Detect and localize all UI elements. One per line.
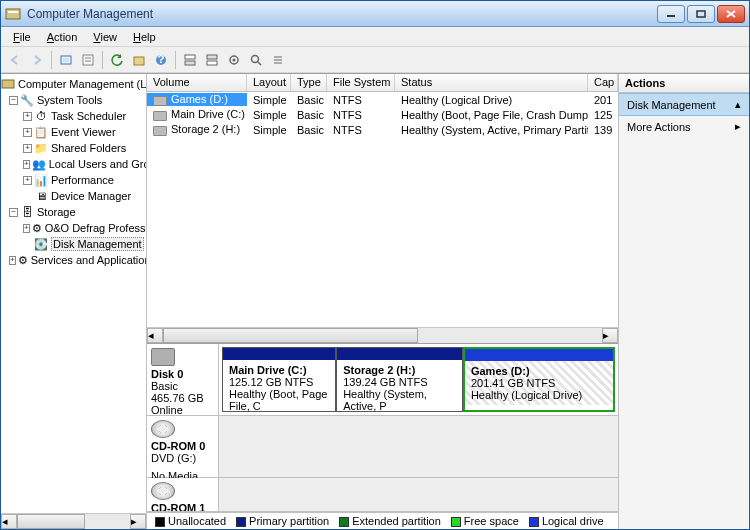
disk-row-0: Disk 0 Basic 465.76 GB Online Main Drive… <box>147 344 618 416</box>
disk-title: CD-ROM 0 <box>151 440 214 452</box>
disk-state: Online <box>151 404 214 416</box>
disk-size: 465.76 GB <box>151 392 214 404</box>
partition-status: Healthy (System, Active, P <box>343 388 456 412</box>
tree-disk-management[interactable]: 💽Disk Management <box>1 236 146 252</box>
partition-size: 201.41 GB NTFS <box>471 377 607 389</box>
col-status[interactable]: Status <box>395 74 588 91</box>
up-button[interactable] <box>56 50 76 70</box>
volume-icon <box>153 96 167 106</box>
partition-status: Healthy (Logical Drive) <box>471 389 607 401</box>
navigation-tree: Computer Management (Local −🔧System Tool… <box>1 74 147 529</box>
svg-text:?: ? <box>158 53 165 65</box>
perf-icon: 📊 <box>34 173 48 187</box>
legend-unallocated: Unallocated <box>168 515 226 527</box>
tree-storage[interactable]: −🗄Storage <box>1 204 146 220</box>
partition-c[interactable]: Main Drive (C:) 125.12 GB NTFS Healthy (… <box>222 347 336 412</box>
refresh-button[interactable] <box>107 50 127 70</box>
device-icon: 🖥 <box>34 189 48 203</box>
partition-title: Storage 2 (H:) <box>343 364 415 376</box>
view-bottom-button[interactable] <box>202 50 222 70</box>
center-pane: Volume Layout Type File System Status Ca… <box>147 74 619 529</box>
titlebar: Computer Management <box>1 1 749 27</box>
tree-shared-folders[interactable]: +📁Shared Folders <box>1 140 146 156</box>
tree-local-users[interactable]: +👥Local Users and Groups <box>1 156 146 172</box>
actions-disk-management[interactable]: Disk Management ▴ <box>619 93 749 116</box>
help-button[interactable]: ? <box>151 50 171 70</box>
tree-root[interactable]: Computer Management (Local <box>1 76 146 92</box>
actions-pane: Actions Disk Management ▴ More Actions ▸ <box>619 74 749 529</box>
find-button[interactable] <box>246 50 266 70</box>
wrench-icon: 🔧 <box>20 93 34 107</box>
menu-help[interactable]: Help <box>125 29 164 45</box>
actions-more[interactable]: More Actions ▸ <box>619 116 749 137</box>
settings-button[interactable] <box>224 50 244 70</box>
legend-primary: Primary partition <box>249 515 329 527</box>
volume-scrollbar[interactable]: ◂▸ <box>147 327 618 343</box>
list-button[interactable] <box>268 50 288 70</box>
col-capacity[interactable]: Cap <box>588 74 618 91</box>
svg-rect-14 <box>185 55 195 59</box>
tree-event-viewer[interactable]: +📋Event Viewer <box>1 124 146 140</box>
legend-extended: Extended partition <box>352 515 441 527</box>
cd-icon <box>151 420 175 438</box>
clock-icon: ⏱ <box>34 109 48 123</box>
window-frame: Computer Management File Action View Hel… <box>0 0 750 530</box>
volume-row[interactable]: Storage 2 (H:)SimpleBasicNTFSHealthy (Sy… <box>147 122 618 137</box>
volume-icon <box>153 111 167 121</box>
volume-row[interactable]: Games (D:)SimpleBasicNTFSHealthy (Logica… <box>147 92 618 107</box>
svg-rect-15 <box>185 61 195 65</box>
disk-title: CD-ROM 1 <box>151 502 214 512</box>
tree-performance[interactable]: +📊Performance <box>1 172 146 188</box>
col-layout[interactable]: Layout <box>247 74 291 91</box>
tree-system-tools[interactable]: −🔧System Tools <box>1 92 146 108</box>
partition-d[interactable]: Games (D:) 201.41 GB NTFS Healthy (Logic… <box>463 347 615 412</box>
svg-line-21 <box>258 62 261 65</box>
volume-row[interactable]: Main Drive (C:)SimpleBasicNTFSHealthy (B… <box>147 107 618 122</box>
partition-h[interactable]: Storage 2 (H:) 139.24 GB NTFS Healthy (S… <box>336 347 463 412</box>
cd-icon <box>151 482 175 500</box>
volume-list: Volume Layout Type File System Status Ca… <box>147 74 618 344</box>
event-icon: 📋 <box>34 125 48 139</box>
partition-size: 125.12 GB NTFS <box>229 376 329 388</box>
cdrom-row-0: CD-ROM 0 DVD (G:) No Media <box>147 416 618 478</box>
tree-scrollbar[interactable]: ◂▸ <box>1 513 146 529</box>
menubar: File Action View Help <box>1 27 749 47</box>
disk-title: Disk 0 <box>151 368 214 380</box>
tree-defrag[interactable]: +⚙O&O Defrag Professional <box>1 220 146 236</box>
disk-icon: 💽 <box>34 237 48 251</box>
minimize-button[interactable] <box>657 5 685 23</box>
export-button[interactable] <box>129 50 149 70</box>
svg-point-20 <box>252 55 259 62</box>
toolbar: ? <box>1 47 749 73</box>
window-title: Computer Management <box>27 7 657 21</box>
properties-button[interactable] <box>78 50 98 70</box>
svg-rect-8 <box>83 55 93 65</box>
cdrom-info-0[interactable]: CD-ROM 0 DVD (G:) No Media <box>147 416 219 477</box>
forward-button <box>27 50 47 70</box>
partition-title: Games (D:) <box>471 365 530 377</box>
menu-file[interactable]: File <box>5 29 39 45</box>
tree-device-manager[interactable]: 🖥Device Manager <box>1 188 146 204</box>
users-icon: 👥 <box>32 157 46 171</box>
col-filesystem[interactable]: File System <box>327 74 395 91</box>
svg-rect-3 <box>697 11 705 17</box>
app-icon <box>5 6 21 22</box>
menu-action[interactable]: Action <box>39 29 86 45</box>
cdrom-info-1[interactable]: CD-ROM 1 DVD (I:) No Media <box>147 478 219 511</box>
menu-view[interactable]: View <box>85 29 125 45</box>
view-top-button[interactable] <box>180 50 200 70</box>
svg-rect-0 <box>6 9 20 19</box>
svg-rect-17 <box>207 61 217 65</box>
tree-task-scheduler[interactable]: +⏱Task Scheduler <box>1 108 146 124</box>
legend-free: Free space <box>464 515 519 527</box>
col-type[interactable]: Type <box>291 74 327 91</box>
close-button[interactable] <box>717 5 745 23</box>
svg-rect-11 <box>134 57 144 65</box>
cdrom-row-1: CD-ROM 1 DVD (I:) No Media <box>147 478 618 512</box>
graphical-view: Disk 0 Basic 465.76 GB Online Main Drive… <box>147 344 618 529</box>
col-volume[interactable]: Volume <box>147 74 247 91</box>
tree-services[interactable]: +⚙Services and Applications <box>1 252 146 268</box>
disk-type: DVD (G:) <box>151 452 214 464</box>
disk-info-0[interactable]: Disk 0 Basic 465.76 GB Online <box>147 344 219 415</box>
maximize-button[interactable] <box>687 5 715 23</box>
